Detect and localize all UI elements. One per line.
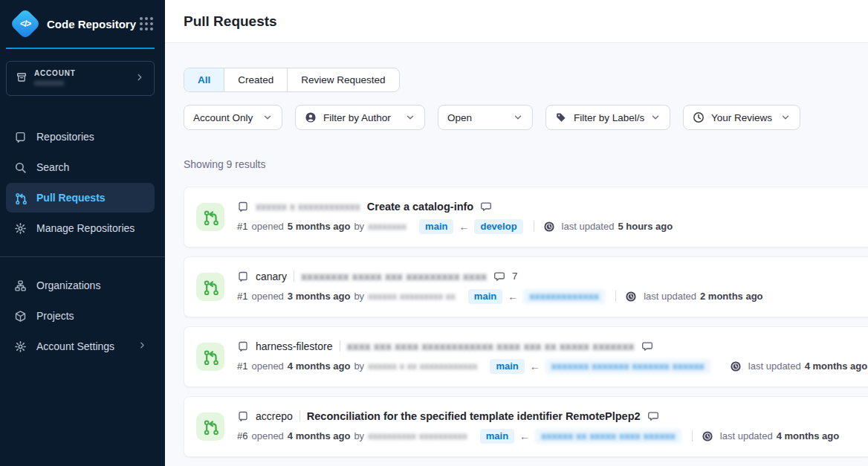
pr-row[interactable]: harness-filestore xxxx xxx xxxx xxxxxxxx…	[184, 326, 868, 387]
last-updated-ago: 4 months ago	[777, 430, 840, 441]
chevron-down-icon	[780, 112, 791, 123]
sidebar-item-projects[interactable]: Projects	[6, 301, 155, 331]
search-icon	[13, 161, 27, 174]
target-branch-chip[interactable]: main	[468, 289, 502, 304]
opened-label: opened	[251, 291, 283, 302]
sidebar-nav: Repositories Search Pull Requests Manage…	[0, 121, 165, 362]
app-logo-icon[interactable]: </>	[10, 8, 41, 39]
sidebar-item-label: Projects	[36, 310, 74, 322]
pr-row[interactable]: accrepo Reconciliation for the specified…	[184, 396, 868, 457]
sidebar-item-manage-repositories[interactable]: Manage Repositories	[6, 213, 155, 243]
sidebar-item-account-settings[interactable]: Account Settings	[6, 331, 155, 361]
person-icon	[305, 111, 317, 123]
results-summary: Showing 9 results	[184, 158, 868, 170]
account-scope-icon	[16, 71, 27, 86]
label-filter-dropdown[interactable]: Filter by Label/s	[545, 105, 670, 130]
cube-icon	[13, 309, 27, 323]
account-scope-label: ACCOUNT	[34, 69, 76, 79]
last-updated-label: last updated	[644, 291, 696, 302]
opened-label: opened	[251, 430, 283, 441]
account-name-redacted: xxxxxxxx	[34, 79, 76, 88]
target-branch-chip[interactable]: main	[419, 219, 453, 234]
tab-all[interactable]: All	[184, 68, 224, 91]
pr-open-icon	[196, 203, 224, 231]
sidebar-item-search[interactable]: Search	[6, 152, 155, 182]
sidebar-item-organizations[interactable]: Organizations	[6, 271, 155, 300]
last-updated-label: last updated	[720, 430, 773, 441]
pr-scope-tabs: All Created Review Requested	[184, 68, 400, 92]
brand-header: </> Code Repository	[0, 0, 165, 48]
comment-icon[interactable]	[641, 340, 653, 352]
last-updated-icon	[730, 360, 742, 372]
source-branch-chip[interactable]: xxxxxx xx xxxxx xxxx xxxxxx	[535, 429, 681, 444]
comment-icon[interactable]	[493, 271, 505, 282]
pull-request-icon	[13, 191, 27, 204]
sidebar-item-label: Manage Repositories	[36, 222, 135, 234]
filter-bar: Account Only Filter by Author Open Filte…	[184, 105, 868, 130]
pr-title[interactable]: xxxxxxxx xxxxx xxx xxxxxxxxx xxxx	[301, 271, 487, 282]
pr-title[interactable]: xxxx xxx xxxx xxxxxxxxxxxx xxxx xxx xx x…	[347, 340, 635, 352]
scope-filter-dropdown[interactable]: Account Only	[184, 105, 282, 130]
pr-repo-name[interactable]: canary	[256, 271, 287, 282]
sidebar-item-repositories[interactable]: Repositories	[6, 122, 155, 152]
module-grid-icon[interactable]	[140, 17, 153, 30]
opened-ago: 3 months ago	[288, 291, 351, 302]
by-label: by	[354, 430, 364, 441]
source-branch-chip[interactable]: develop	[474, 219, 522, 234]
pr-author[interactable]: xxxxxx x xx xxxxxxxxxxxx	[368, 360, 477, 372]
sidebar-item-label: Account Settings	[36, 340, 114, 352]
pr-title[interactable]: Create a catalog-info	[367, 201, 473, 213]
repo-icon	[237, 201, 249, 213]
tab-created[interactable]: Created	[224, 68, 287, 91]
author-filter-dropdown[interactable]: Filter by Author	[295, 105, 425, 130]
organizations-icon	[13, 279, 27, 292]
pr-open-icon	[196, 343, 224, 371]
target-branch-chip[interactable]: main	[490, 359, 524, 374]
by-label: by	[354, 221, 364, 232]
sidebar-item-pull-requests[interactable]: Pull Requests	[6, 183, 155, 213]
repo-icon	[13, 130, 27, 143]
pr-repo-name[interactable]: accrepo	[256, 410, 293, 422]
last-updated-label: last updated	[748, 360, 801, 372]
pr-row[interactable]: canary xxxxxxxx xxxxx xxx xxxxxxxxx xxxx…	[184, 256, 868, 317]
tag-icon	[555, 111, 567, 123]
target-branch-chip[interactable]: main	[480, 429, 514, 444]
last-updated-ago: 5 hours ago	[618, 221, 673, 232]
opened-label: opened	[251, 221, 283, 232]
divider	[299, 410, 300, 421]
chevron-down-icon	[262, 112, 273, 123]
pr-row[interactable]: xxxxxx x xxxxxxxxxxxx Create a catalog-i…	[184, 187, 868, 247]
gear-icon	[13, 340, 27, 353]
last-updated-icon	[702, 430, 713, 442]
source-branch-chip[interactable]: xxxxxxx xxxxxxx xxxxxxx xxxxxx	[545, 359, 710, 374]
pr-repo-name[interactable]: harness-filestore	[256, 340, 333, 352]
comment-icon[interactable]	[480, 201, 492, 213]
divider	[692, 430, 693, 441]
label-filter-label: Filter by Label/s	[574, 112, 644, 123]
pr-author[interactable]: xxxxxxxxxx xxxxxxxxxx	[368, 430, 467, 441]
pr-title[interactable]: Reconciliation for the specified templat…	[307, 410, 641, 422]
repo-icon	[237, 340, 249, 352]
sidebar: </> Code Repository ACCOUNT xxxxxxxx Rep…	[0, 0, 165, 466]
pr-author[interactable]: xxxxxxxx	[368, 221, 407, 232]
pr-author[interactable]: xxxxxx xxxxxxxxx xx	[368, 291, 456, 302]
reviews-filter-label: Your Reviews	[711, 112, 772, 123]
source-branch-chip[interactable]: xxxxxxxxxxxxx	[523, 289, 605, 304]
account-selector[interactable]: ACCOUNT xxxxxxxx	[6, 61, 155, 96]
page-header: Pull Requests	[165, 0, 868, 43]
pr-number: #6	[237, 430, 247, 441]
comment-icon[interactable]	[647, 410, 659, 422]
pr-list: xxxxxx x xxxxxxxxxxxx Create a catalog-i…	[184, 187, 868, 457]
tab-review-requested[interactable]: Review Requested	[287, 68, 398, 91]
reviews-filter-dropdown[interactable]: Your Reviews	[683, 105, 800, 130]
divider	[534, 221, 534, 232]
page-title: Pull Requests	[184, 13, 277, 30]
comment-count: 7	[512, 271, 518, 282]
chevron-right-icon	[137, 340, 147, 352]
chevron-down-icon	[405, 112, 415, 123]
opened-ago: 4 months ago	[288, 430, 351, 441]
app-window: </> Code Repository ACCOUNT xxxxxxxx Rep…	[0, 0, 868, 466]
pr-repo-name[interactable]: xxxxxx x xxxxxxxxxxxx	[256, 201, 360, 213]
pr-number: #1	[237, 291, 247, 302]
state-filter-dropdown[interactable]: Open	[438, 105, 533, 130]
